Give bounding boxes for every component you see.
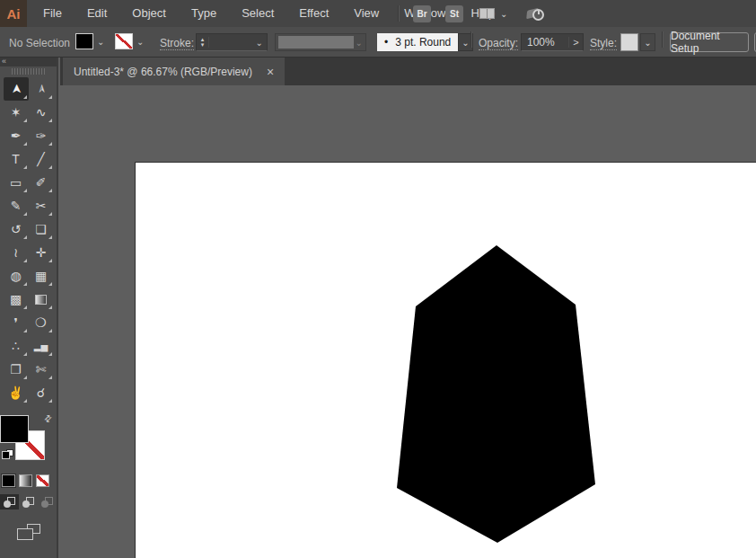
stroke-none-swatch[interactable] [115,33,133,49]
menu-separator [398,5,399,22]
line-segment-tool[interactable]: ╱ [29,147,54,171]
grip-dots-icon [12,68,46,75]
menu-item-view[interactable]: View [341,0,391,27]
style-label[interactable]: Style: [590,37,617,50]
menu-item-object[interactable]: Object [119,0,179,27]
document-setup-button[interactable]: Document Setup [670,32,749,52]
brush-definition-combo[interactable]: • 3 pt. Round ⌄ [377,33,473,51]
fill-swatch[interactable] [75,33,93,49]
scale-tool[interactable]: ❏ [29,217,54,241]
rotate-tool[interactable]: ↺ [4,217,29,241]
artboard-tool[interactable]: ❐ [4,358,29,381]
stroke-color-combo[interactable]: ⌄ [115,33,144,49]
hand-tool[interactable]: ✌ [4,381,29,404]
chevron-down-icon: ⌄ [356,38,363,48]
blend-icon: ❍ [35,315,47,330]
graphic-style-chevron[interactable]: ⌄ [640,33,655,51]
direct-selection-tool[interactable]: ➢ [29,77,54,101]
paintbrush-icon: ✐ [36,175,47,190]
flyout-indicator [23,282,27,286]
menu-item-file[interactable]: File [31,0,75,27]
lasso-tool[interactable]: ∿ [29,101,54,124]
stroke-label[interactable]: Stroke: [160,37,194,50]
work-area: Untitled-3* @ 66.67% (RGB/Preview) × [60,58,756,558]
gradient-button[interactable] [19,474,32,487]
swap-fill-stroke-icon[interactable]: ⇄ [41,412,54,425]
stroke-weight-stepper[interactable]: ▴ ▾ [197,37,209,48]
artboard[interactable] [135,162,756,558]
puppet-warp-tool[interactable]: ✛ [29,241,54,264]
pencil-tool[interactable]: ✎ [4,194,29,217]
magic-wand-tool[interactable]: ✶ [4,101,29,124]
magic-wand-icon: ✶ [11,105,22,120]
stepper-down-icon[interactable]: ▾ [201,42,205,48]
selection-tool[interactable]: ➤ [4,77,29,101]
brush-definition-value[interactable]: • 3 pt. Round [377,33,458,51]
flyout-indicator [48,95,52,99]
width-tool[interactable]: ≀ [4,241,29,264]
eyedropper-tool[interactable]: ❜ [4,311,29,334]
collapse-panel-icon[interactable]: « [2,57,6,66]
type-tool[interactable]: T [4,147,29,171]
shape-builder-tool[interactable]: ◍ [4,264,29,288]
flyout-indicator [23,189,27,192]
slice-icon: ✄ [36,362,47,376]
draw-normal-button[interactable] [0,494,19,509]
rectangle-icon: ▭ [10,175,22,190]
chevron-down-icon: ⌄ [644,38,651,48]
black-hexagon-shape[interactable] [397,245,595,543]
draw-inside-button[interactable] [38,494,57,509]
scissors-icon: ✂ [36,199,47,213]
flyout-indicator [48,399,52,403]
paintbrush-tool[interactable]: ✐ [29,171,54,194]
graphic-style-swatch[interactable] [620,33,638,51]
document-tab[interactable]: Untitled-3* @ 66.67% (RGB/Preview) × [63,58,285,85]
menu-item-effect[interactable]: Effect [286,0,341,27]
workspace-switcher[interactable]: ⌄ [479,8,507,19]
menu-item-select[interactable]: Select [229,0,286,27]
bridge-button[interactable]: Br [413,5,431,22]
fill-stroke-control: ⇄ [0,413,57,471]
color-button[interactable] [2,474,15,487]
mesh-tool[interactable]: ▩ [4,288,29,311]
stock-button[interactable]: St [445,5,463,22]
lasso-icon: ∿ [36,105,47,120]
control-separator [662,31,663,48]
change-screen-mode-icon[interactable] [17,524,40,540]
menu-item-type[interactable]: Type [179,0,229,27]
opacity-value[interactable]: 100% [522,36,555,49]
tools-panel-grip[interactable] [0,66,57,76]
symbol-sprayer-icon: ∴ [12,339,20,353]
fill-proxy-swatch[interactable] [0,415,29,443]
screen-mode-wrap [0,524,57,540]
scissors-tool[interactable]: ✂ [29,194,54,217]
opacity-popup-arrow-icon[interactable]: > [568,37,583,48]
close-icon[interactable]: × [267,66,274,78]
control-bar: No Selection ⌄ ⌄ Stroke: ▴ ▾ ⌄ ⌄ • 3 pt. [0,27,756,58]
fill-color-combo[interactable]: ⌄ [75,33,104,49]
column-graph-tool[interactable]: ▂▅ [29,334,54,358]
slice-tool[interactable]: ✄ [29,358,54,381]
curvature-tool[interactable]: ✑ [29,124,54,147]
drawing-mode-buttons [0,494,57,509]
perspective-grid-tool[interactable]: ▦ [29,264,54,288]
opacity-field[interactable]: 100% > [521,33,584,51]
opacity-label[interactable]: Opacity: [479,37,518,50]
draw-behind-button[interactable] [19,494,38,509]
flyout-indicator [23,165,27,169]
symbol-sprayer-tool[interactable]: ∴ [4,334,29,358]
zoom-tool[interactable]: ☌ [29,381,54,404]
gpu-performance-icon[interactable] [527,6,545,21]
none-button[interactable] [36,474,49,487]
default-fill-stroke-icon[interactable] [2,449,13,459]
stroke-weight-combo[interactable]: ▴ ▾ ⌄ [196,33,268,51]
tools-panel: « ➤➢✶∿✒✑T╱▭✐✎✂↺❏≀✛◍▦▩❜❍∴▂▅❐✄✌☌ ⇄ [0,58,58,558]
control-separator [470,31,471,48]
gradient-tool[interactable] [29,288,54,311]
document-tab-bar: Untitled-3* @ 66.67% (RGB/Preview) × [60,58,756,85]
menu-item-edit[interactable]: Edit [75,0,119,27]
pen-tool[interactable]: ✒ [4,124,29,147]
canvas-pasteboard[interactable] [60,85,756,558]
blend-tool[interactable]: ❍ [29,311,54,334]
rectangle-tool[interactable]: ▭ [4,171,29,194]
